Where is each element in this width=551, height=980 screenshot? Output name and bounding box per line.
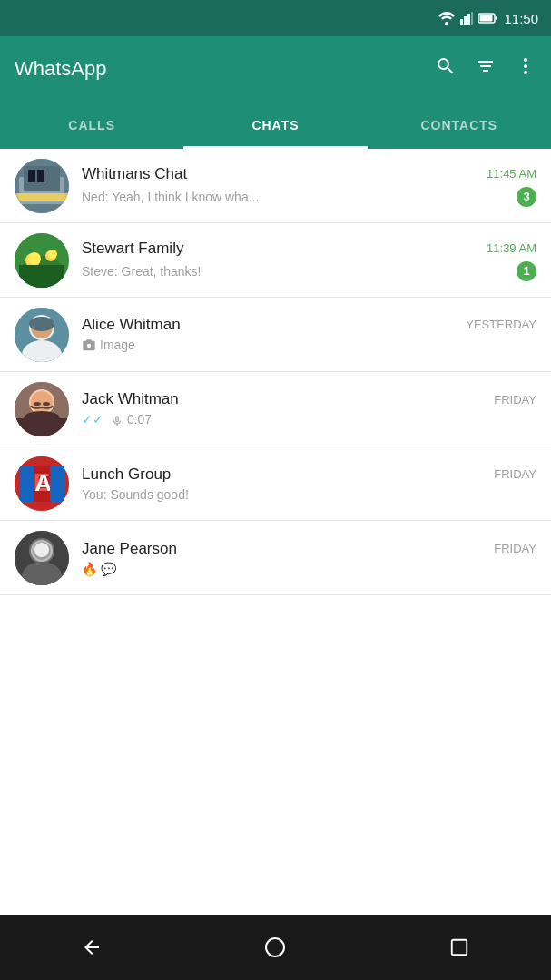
list-item[interactable]: Stewart Family 11:39 AM Steve: Great, th…: [0, 223, 551, 298]
chat-info: Lunch Group FRIDAY You: Sounds good!: [82, 466, 536, 502]
chat-name: Stewart Family: [82, 240, 183, 258]
svg-rect-22: [19, 265, 64, 288]
header-actions: [435, 55, 536, 83]
svg-rect-2: [464, 16, 467, 24]
menu-icon[interactable]: [515, 55, 536, 83]
chat-preview: Ned: Yeah, I think I know wha...: [82, 190, 509, 204]
camera-icon: [82, 338, 96, 353]
status-icons: 11:50: [438, 11, 538, 26]
svg-point-29: [29, 317, 54, 331]
svg-rect-3: [467, 14, 470, 24]
chat-name: Jane Pearson: [82, 540, 177, 558]
avatar: [15, 308, 69, 362]
svg-point-8: [524, 58, 527, 62]
chat-list: Whitmans Chat 11:45 AM Ned: Yeah, I thin…: [0, 149, 551, 915]
chat-time: YESTERDAY: [466, 318, 536, 331]
list-item[interactable]: Jane Pearson FRIDAY 🔥 💬: [0, 521, 551, 595]
chat-info: Stewart Family 11:39 AM Steve: Great, th…: [82, 240, 536, 281]
svg-point-32: [31, 391, 53, 413]
svg-rect-4: [471, 12, 473, 24]
chat-preview: 🔥 💬: [82, 562, 536, 576]
avatar: [15, 159, 69, 213]
svg-rect-50: [452, 940, 467, 956]
chat-info: Jack Whitman FRIDAY ✓✓ 0:07: [82, 390, 536, 426]
svg-point-9: [524, 64, 527, 68]
app-title: WhatsApp: [15, 57, 424, 81]
list-item[interactable]: Alice Whitman YESTERDAY Image: [0, 298, 551, 372]
chat-name: Alice Whitman: [82, 316, 181, 334]
svg-rect-6: [480, 15, 493, 22]
recents-button[interactable]: [432, 920, 487, 975]
chat-preview: Steve: Great, thanks!: [82, 264, 509, 279]
chat-info: Jane Pearson FRIDAY 🔥 💬: [82, 540, 536, 576]
chat-preview: Image: [82, 338, 536, 353]
wifi-icon: [438, 12, 455, 24]
svg-point-34: [24, 411, 60, 426]
chat-time: FRIDAY: [494, 393, 536, 407]
chat-name: Whitmans Chat: [82, 165, 187, 183]
svg-rect-41: [19, 466, 34, 502]
signal-icon: [460, 12, 473, 24]
avatar: E EAT: [15, 456, 69, 511]
microphone-icon: [111, 415, 123, 427]
nav-bar: [0, 915, 551, 980]
tab-contacts[interactable]: CONTACTS: [368, 102, 551, 149]
chat-name: Jack Whitman: [82, 390, 179, 408]
svg-rect-15: [37, 170, 44, 182]
svg-point-49: [266, 938, 284, 956]
tab-bar: CALLS CHATS CONTACTS: [0, 102, 551, 149]
chat-preview: You: Sounds good!: [82, 487, 536, 502]
unread-badge: 1: [517, 261, 536, 281]
svg-point-36: [43, 402, 50, 406]
home-button[interactable]: [248, 920, 302, 975]
app-header: WhatsApp: [0, 36, 551, 102]
tab-calls[interactable]: CALLS: [0, 102, 183, 149]
battery-icon: [478, 13, 498, 24]
status-time: 11:50: [504, 11, 538, 26]
svg-point-10: [524, 71, 527, 74]
svg-rect-42: [50, 466, 64, 502]
svg-point-20: [28, 252, 41, 265]
chat-time: 11:45 AM: [487, 167, 536, 181]
chat-time: FRIDAY: [494, 542, 536, 555]
chat-time: 11:39 AM: [487, 241, 536, 255]
search-icon[interactable]: [435, 55, 457, 83]
chat-preview: ✓✓ 0:07: [82, 412, 536, 426]
list-item[interactable]: Jack Whitman FRIDAY ✓✓ 0:07: [0, 372, 551, 446]
unread-badge: 3: [517, 187, 536, 207]
svg-rect-7: [496, 16, 497, 20]
chat-name: Lunch Group: [82, 466, 171, 484]
avatar: [15, 382, 69, 436]
svg-point-24: [48, 250, 57, 259]
chat-time: FRIDAY: [494, 467, 536, 481]
svg-rect-1: [460, 19, 463, 24]
svg-point-0: [445, 22, 448, 24]
chat-info: Alice Whitman YESTERDAY Image: [82, 316, 536, 353]
back-button[interactable]: [64, 920, 119, 975]
list-item[interactable]: Whitmans Chat 11:45 AM Ned: Yeah, I thin…: [0, 149, 551, 223]
avatar: [15, 531, 69, 585]
svg-point-35: [34, 402, 41, 406]
svg-rect-14: [28, 170, 35, 182]
svg-rect-16: [15, 193, 69, 201]
message-filter-icon[interactable]: [475, 55, 497, 83]
tab-chats[interactable]: CHATS: [183, 102, 367, 149]
status-bar: 11:50: [0, 0, 551, 36]
list-item[interactable]: E EAT Lunch Group FRIDAY You: Sounds goo…: [0, 446, 551, 521]
read-receipt-icon: ✓✓: [82, 412, 103, 426]
svg-point-48: [34, 543, 49, 557]
chat-info: Whitmans Chat 11:45 AM Ned: Yeah, I thin…: [82, 165, 536, 207]
avatar: [15, 233, 69, 288]
